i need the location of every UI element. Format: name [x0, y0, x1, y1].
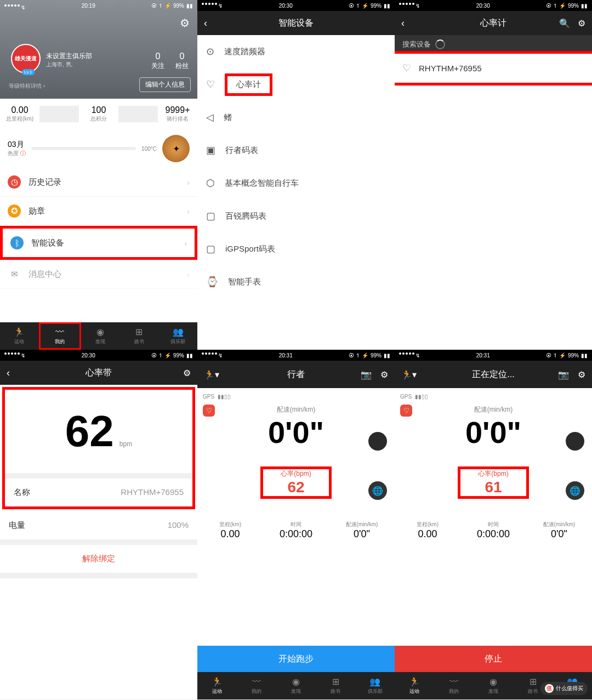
- screen-devices: ↯20:30⦿ ↿ ⚡ 99% ▮▮ ‹ 智能设备 ⊙速度踏频器 ♡心率计 ◁鳍…: [197, 0, 395, 350]
- hr-block: 心率(bpm)61: [458, 466, 529, 499]
- page-title: 正在定位...: [472, 369, 514, 380]
- heat-badge-icon: ✦: [162, 135, 190, 162]
- found-device[interactable]: ♡RHYTHM+76955: [395, 54, 592, 83]
- tab-club[interactable]: 👥俱乐部: [355, 672, 395, 699]
- fin-icon: ◁: [206, 111, 214, 123]
- hero-stats: 0关注 0粉丝: [151, 52, 189, 71]
- compass-icon[interactable]: [566, 432, 584, 451]
- back-button[interactable]: ‹: [401, 18, 405, 29]
- medal-icon: ✪: [8, 204, 21, 218]
- screen-hr-scan: ↯20:30⦿ ↿ ⚡ 99% ▮▮ ‹ 心率计 🔍⚙ 搜索设备 ♡RHYTHM…: [395, 0, 592, 350]
- screen-profile: ↯ 20:19 ⦿ ↿ ⚡99%▮▮ ⚙ 雄关漫道 Lv.1 未设置主俱乐部 上…: [0, 0, 197, 350]
- hr-badge-icon[interactable]: ♡: [400, 405, 412, 417]
- stat-row: 0.00总里程(km) 100总积分 9999+骑行排名: [0, 99, 197, 129]
- page-title: 心率计: [480, 18, 506, 29]
- cadence-icon: ⊙: [206, 45, 214, 58]
- tab-sport[interactable]: 🏃运动: [197, 672, 237, 699]
- device-cadence[interactable]: ⊙速度踏频器: [197, 35, 395, 68]
- device-xz[interactable]: ▣行者码表: [197, 134, 395, 167]
- page-title: 智能设备: [278, 18, 314, 29]
- tab-bar: 🏃运动 〰我的 ◉发现 ⊞路书 👥俱乐部: [197, 672, 395, 699]
- spinner-icon: [435, 39, 445, 49]
- tab-discover[interactable]: ◉发现: [474, 672, 513, 699]
- signal-icon: ▮▮▯▯: [415, 394, 428, 400]
- settings-icon[interactable]: ⚙: [578, 18, 585, 29]
- tab-sport[interactable]: 🏃运动: [395, 672, 434, 699]
- nav-bar: ‹ 心率计 🔍⚙: [395, 11, 592, 35]
- menu-messages[interactable]: ✉消息中心›: [0, 260, 197, 289]
- compass-icon[interactable]: [368, 432, 387, 451]
- edit-profile-button[interactable]: 编辑个人信息: [139, 77, 191, 92]
- tab-sport[interactable]: 🏃运动: [0, 322, 39, 350]
- tab-mine[interactable]: 〰我的: [434, 672, 474, 699]
- hr-badge-icon[interactable]: ♡: [203, 405, 215, 417]
- screen-run: ↯20:31⦿ ↿ ⚡ 99% ▮▮ 🏃▾ 行者 📷⚙ GPS▮▮▯▯ ♡ 🌐 …: [197, 350, 395, 699]
- globe-icon[interactable]: 🌐: [368, 481, 387, 500]
- tab-route[interactable]: ⊞路书: [316, 672, 355, 699]
- bpm-display: 62bpm: [5, 390, 192, 473]
- menu-medal[interactable]: ✪勋章›: [0, 197, 197, 226]
- message-icon: ✉: [8, 268, 21, 281]
- battery-row: 电量100%: [0, 511, 197, 539]
- device-hr[interactable]: ♡心率计: [197, 68, 395, 101]
- nav-bar: 🏃▾ 行者 📷⚙: [197, 361, 395, 388]
- user-info: 未设置主俱乐部 上海市, 男,: [46, 52, 92, 69]
- search-icon[interactable]: 🔍: [559, 18, 570, 29]
- device-bryton[interactable]: ▢百锐腾码表: [197, 200, 395, 232]
- profile-hero: ↯ 20:19 ⦿ ↿ ⚡99%▮▮ ⚙ 雄关漫道 Lv.1 未设置主俱乐部 上…: [0, 0, 197, 99]
- status-bar: ↯ 20:19 ⦿ ↿ ⚡99%▮▮: [0, 0, 197, 11]
- signal-icon: ▮▮▯▯: [218, 394, 231, 400]
- bryton-icon: ▢: [206, 210, 215, 222]
- tab-bar: 🏃运动 〰我的 ◉发现 ⊞路书 👥俱乐部: [0, 322, 197, 350]
- settings-icon[interactable]: ⚙: [578, 369, 585, 380]
- level-link[interactable]: 等级特权详情 ›: [9, 82, 45, 90]
- clock-icon: ◷: [8, 175, 21, 189]
- page-title: 行者: [287, 369, 305, 380]
- device-igps[interactable]: ▢iGPSport码表: [197, 232, 395, 265]
- screen-hr-band: ↯20:30⦿ ↿ ⚡ 99% ▮▮ ‹ 心率带 ⚙ 62bpm 名称RHYTH…: [0, 350, 197, 699]
- nav-bar: 🏃▾ 正在定位... 📷⚙: [395, 361, 592, 388]
- tab-club[interactable]: 👥俱乐部: [158, 322, 197, 350]
- camera-icon[interactable]: 📷: [361, 369, 372, 380]
- bike-icon: ⬡: [206, 177, 215, 189]
- help-icon[interactable]: ⓘ: [20, 150, 26, 156]
- camera-icon[interactable]: 📷: [558, 369, 569, 380]
- device-name-row: 名称RHYTHM+76955: [5, 479, 192, 506]
- tab-mine[interactable]: 〰我的: [39, 322, 81, 350]
- tab-discover[interactable]: ◉发现: [81, 322, 120, 350]
- device-fin[interactable]: ◁鳍: [197, 101, 395, 134]
- hr-block: 心率(bpm)62: [260, 466, 332, 499]
- menu-smart-device[interactable]: ᛒ智能设备›: [0, 226, 197, 260]
- unbind-button[interactable]: 解除绑定: [0, 545, 197, 573]
- mode-button[interactable]: 🏃▾: [204, 369, 219, 380]
- page-title: 心率带: [86, 367, 112, 379]
- watch-icon: ⌚: [206, 276, 218, 288]
- menu-history[interactable]: ◷历史记录›: [0, 168, 197, 197]
- heart-icon: ♡: [402, 62, 411, 74]
- mode-button[interactable]: 🏃▾: [401, 369, 417, 380]
- start-button[interactable]: 开始跑步: [197, 646, 395, 672]
- stop-button[interactable]: 停止: [395, 646, 592, 672]
- settings-icon[interactable]: ⚙: [380, 369, 388, 380]
- globe-icon[interactable]: 🌐: [566, 481, 584, 500]
- tab-discover[interactable]: ◉发现: [276, 672, 316, 699]
- screen-locating: ↯20:31⦿ ↿ ⚡ 99% ▮▮ 🏃▾ 正在定位... 📷⚙ GPS▮▮▯▯…: [395, 350, 592, 699]
- nav-bar: ‹ 智能设备: [197, 11, 395, 35]
- device-watch[interactable]: ⌚智能手表: [197, 265, 395, 298]
- level-badge: Lv.1: [22, 69, 35, 75]
- heat-row: 03月热度 ⓘ 100°C ✦: [0, 129, 197, 168]
- settings-icon[interactable]: ⚙: [183, 368, 191, 378]
- heart-icon: ♡: [206, 78, 215, 90]
- smzdm-watermark: 值什么值得买: [540, 682, 588, 695]
- bluetooth-icon: ᛒ: [10, 236, 24, 249]
- settings-icon[interactable]: ⚙: [180, 16, 190, 30]
- status-time: 20:19: [82, 3, 95, 9]
- device-bike[interactable]: ⬡基本概念智能自行车: [197, 167, 395, 200]
- nav-bar: ‹ 心率带 ⚙: [0, 361, 197, 385]
- meter-icon: ▣: [206, 144, 215, 156]
- back-button[interactable]: ‹: [7, 367, 10, 379]
- back-button[interactable]: ‹: [204, 18, 207, 29]
- igps-icon: ▢: [206, 243, 215, 255]
- tab-route[interactable]: ⊞路书: [119, 322, 158, 350]
- tab-mine[interactable]: 〰我的: [237, 672, 276, 699]
